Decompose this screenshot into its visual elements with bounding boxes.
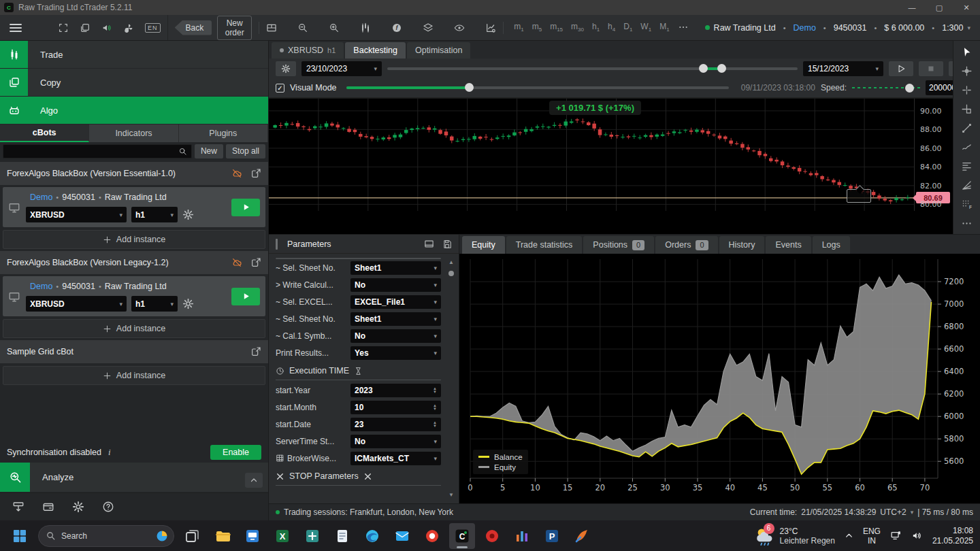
param-section-execution-time[interactable]: Execution TIME: [276, 363, 441, 379]
start-date-select[interactable]: 23/10/2023▾: [301, 61, 382, 76]
enable-sync-button[interactable]: Enable: [210, 445, 261, 460]
back-button[interactable]: Back: [175, 20, 212, 35]
start-cbot-button[interactable]: [231, 199, 260, 216]
cloud-off-icon[interactable]: [231, 168, 242, 179]
cbot-header[interactable]: ForexAlgos BlackBox (Version Essential-1…: [0, 162, 268, 185]
windows-icon[interactable]: [80, 22, 91, 33]
taskbar-app-excel-icon[interactable]: X: [270, 523, 295, 549]
sidebar-item-copy[interactable]: Copy: [0, 69, 268, 97]
gear-icon[interactable]: [72, 501, 84, 513]
param-select[interactable]: Yes▾: [350, 346, 441, 360]
play-backtest-button[interactable]: [889, 61, 913, 76]
fullscreen-icon[interactable]: [58, 22, 69, 33]
param-stepper[interactable]: 23▲▼: [350, 418, 441, 431]
start-cbot-button[interactable]: [231, 288, 260, 305]
param-stepper[interactable]: 2023▲▼: [350, 384, 441, 397]
param-section-stop-parameters[interactable]: STOP Parameters: [276, 468, 441, 484]
taskbar-app-teal-app-icon[interactable]: [299, 523, 325, 549]
account-selector[interactable]: Raw Trading LtdDemo9450031$ 6 000.001:30…: [696, 15, 980, 40]
panel-icon[interactable]: [424, 239, 434, 249]
taskbar-search[interactable]: Search: [38, 525, 174, 547]
price-axis[interactable]: 80.69 90.0088.0086.0084.0082.0080.00: [914, 99, 953, 211]
weather-widget[interactable]: 6 23°CLeichter Regen: [750, 526, 835, 546]
target-icon[interactable]: [961, 103, 973, 115]
speaker-icon[interactable]: [101, 22, 112, 33]
zoom-out-icon[interactable]: [297, 22, 308, 33]
info-icon[interactable]: i: [108, 447, 111, 458]
timeframe-M1[interactable]: M1: [659, 22, 669, 33]
speed-slider[interactable]: [852, 80, 920, 95]
tab-trade-statistics[interactable]: Trade statistics: [506, 236, 583, 254]
crosshair-alt-icon[interactable]: [961, 84, 973, 96]
timeframe-h4[interactable]: h4: [608, 22, 615, 33]
sidebar-tab-indicators[interactable]: Indicators: [89, 124, 178, 142]
visual-progress-handle[interactable]: [465, 83, 474, 92]
menu-icon[interactable]: [10, 24, 22, 32]
tab-optimisation[interactable]: Optimisation: [407, 42, 470, 59]
scroll-down-icon[interactable]: ▼: [448, 492, 454, 498]
taskbar-app-remote-app-icon[interactable]: [240, 523, 265, 549]
timezone-select[interactable]: UTC+2: [880, 507, 906, 517]
candles-icon[interactable]: [360, 22, 371, 33]
tab-backtesting[interactable]: Backtesting: [345, 42, 406, 59]
sidebar-tab-plugins[interactable]: Plugins: [179, 124, 268, 142]
timeframe-D1[interactable]: D1: [623, 22, 632, 33]
display-icon[interactable]: [890, 530, 902, 541]
more-icon[interactable]: [678, 22, 689, 33]
sidebar-item-analyze[interactable]: Analyze: [0, 463, 268, 492]
cursor-icon[interactable]: [961, 46, 973, 58]
visual-mode-checkbox[interactable]: ✓: [276, 84, 284, 93]
timeframe-W1[interactable]: W1: [640, 22, 651, 33]
timeframe-h1[interactable]: h1: [592, 22, 600, 33]
save-icon[interactable]: [442, 239, 452, 249]
puzzle-icon[interactable]: [123, 22, 134, 33]
gear-icon[interactable]: [182, 298, 194, 310]
param-select[interactable]: ICMarkets_CT▾: [350, 452, 441, 465]
eye-icon[interactable]: [454, 22, 465, 33]
pattern-icon[interactable]: F: [961, 199, 973, 210]
symbol-select[interactable]: XBRUSD▾: [26, 207, 127, 222]
sidebar-item-trade[interactable]: Trade: [0, 41, 268, 69]
gear-icon[interactable]: [182, 209, 194, 220]
timeframe-m5[interactable]: m5: [532, 22, 542, 33]
param-select[interactable]: Sheet1▾: [350, 312, 441, 326]
language-icon[interactable]: EN: [145, 23, 161, 33]
symbol-select[interactable]: XBRUSD▾: [26, 296, 127, 312]
taskbar-clock[interactable]: 18:08 21.05.2025: [932, 526, 973, 546]
timeframe-m1[interactable]: m1: [514, 22, 523, 33]
range-handle-end[interactable]: [717, 64, 726, 73]
volume-icon[interactable]: [911, 530, 923, 541]
share-icon[interactable]: [250, 257, 261, 268]
taskbar-app-notepad-icon[interactable]: [329, 523, 355, 549]
timeframe-select[interactable]: h1▾: [131, 207, 178, 222]
tab-logs[interactable]: Logs: [813, 236, 850, 254]
backtest-range-slider[interactable]: [387, 61, 798, 76]
tab-symbol-chart[interactable]: XBRUSD h1: [272, 42, 344, 59]
visual-progress-slider[interactable]: [346, 80, 729, 95]
close-button[interactable]: ✕: [953, 0, 980, 15]
tab-orders[interactable]: Orders0: [655, 236, 717, 254]
speed-handle[interactable]: [905, 84, 914, 93]
more-icon[interactable]: [961, 218, 973, 229]
param-stepper[interactable]: 10▲▼: [350, 401, 441, 414]
param-select[interactable]: Sheet1▾: [350, 261, 441, 275]
share-icon[interactable]: [250, 168, 261, 179]
chart-layout-icon[interactable]: [266, 22, 277, 33]
new-cbot-button[interactable]: New: [195, 144, 223, 158]
tab-history[interactable]: History: [719, 236, 765, 254]
tab-equity[interactable]: Equity: [462, 236, 505, 254]
sidebar-item-algo[interactable]: Algo: [0, 97, 268, 124]
sidebar-tab-cbots[interactable]: cBots: [0, 124, 89, 142]
param-select[interactable]: No▾: [350, 278, 441, 292]
param-select[interactable]: No▾: [350, 435, 441, 448]
add-instance-button[interactable]: Add instance: [3, 230, 265, 249]
cbot-search-input[interactable]: [3, 144, 192, 158]
parameters-scrollbar[interactable]: ▲▼: [447, 259, 455, 498]
cbot-header[interactable]: ForexAlgos BlackBox (Version Legacy-1.2): [0, 251, 268, 274]
minimize-button[interactable]: —: [898, 0, 926, 15]
objects-icon[interactable]: [423, 22, 434, 33]
share-icon[interactable]: [250, 346, 261, 357]
collapse-sidebar-button[interactable]: [245, 473, 263, 488]
param-select[interactable]: EXCEL_File1▾: [350, 295, 441, 309]
taskbar-app-ctrader-icon[interactable]: C: [449, 523, 475, 549]
